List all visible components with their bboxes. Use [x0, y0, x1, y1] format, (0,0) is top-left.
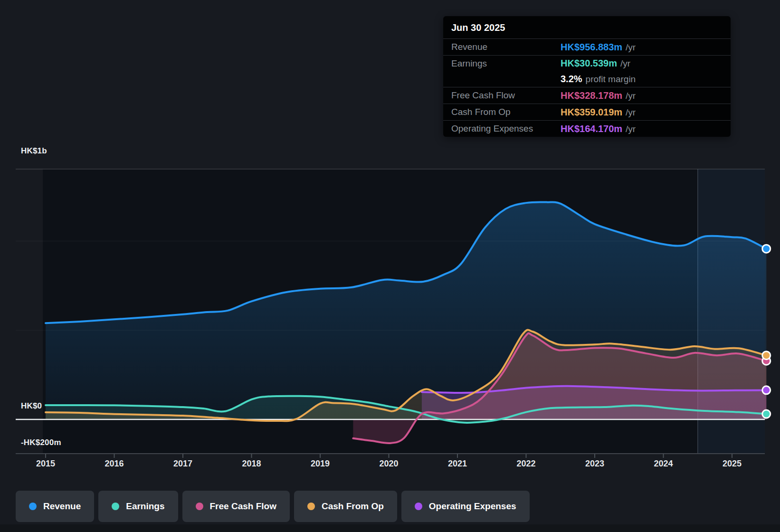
x-axis-label-2015: 2015: [36, 459, 55, 469]
tooltip-row-revenue: RevenueHK$956.883m/yr: [443, 39, 731, 56]
x-axis-label-2021: 2021: [448, 459, 467, 469]
tooltip-date: Jun 30 2025: [443, 16, 731, 39]
x-axis-label-2022: 2022: [516, 459, 535, 469]
legend-label: Cash From Op: [322, 501, 384, 512]
footer-strip: [0, 524, 780, 532]
tooltip-label: Cash From Op: [443, 107, 561, 117]
x-axis-label-2020: 2020: [379, 459, 398, 469]
tooltip-label: Earnings: [443, 58, 561, 69]
earnings-color-dot: [112, 503, 119, 510]
tooltip-row-earnings: EarningsHK$30.539m/yr: [443, 56, 731, 71]
x-axis-label-2019: 2019: [311, 459, 330, 469]
legend-label: Free Cash Flow: [210, 501, 276, 512]
x-axis-label-2017: 2017: [173, 459, 192, 469]
legend-item-earnings[interactable]: Earnings: [98, 491, 178, 522]
legend-label: Earnings: [126, 501, 164, 512]
x-axis-label-2024: 2024: [654, 459, 673, 469]
revenue-color-dot: [29, 503, 37, 510]
endpoint-dot-cash-from-op: [762, 352, 770, 360]
tooltip-label: Free Cash Flow: [443, 90, 561, 101]
legend-item-opex[interactable]: Operating Expenses: [401, 491, 530, 522]
tooltip-row-fcf: Free Cash FlowHK$328.178m/yr: [443, 87, 731, 104]
tooltip-value: HK$328.178m/yr: [561, 90, 636, 101]
y-axis-label-1b: HK$1b: [21, 146, 47, 156]
cashop-color-dot: [307, 503, 315, 510]
legend-label: Operating Expenses: [429, 501, 516, 512]
legend-item-cashop[interactable]: Cash From Op: [294, 491, 397, 522]
tooltip-row-profit-margin: 3.2%profit margin: [443, 71, 731, 87]
tooltip-value: HK$359.019m/yr: [561, 107, 636, 118]
endpoint-dot-operating-expenses: [762, 386, 770, 394]
endpoint-dot-revenue: [762, 245, 770, 253]
x-axis-label-2023: 2023: [585, 459, 604, 469]
tooltip-row-opex: Operating ExpensesHK$164.170m/yr: [443, 121, 731, 137]
series-legend: RevenueEarningsFree Cash FlowCash From O…: [16, 491, 530, 522]
legend-item-revenue[interactable]: Revenue: [16, 491, 94, 522]
y-axis-label-neg200m: -HK$200m: [21, 438, 61, 447]
tooltip-row-cashop: Cash From OpHK$359.019m/yr: [443, 104, 731, 121]
endpoint-dot-earnings: [762, 410, 770, 418]
opex-color-dot: [415, 503, 422, 510]
tooltip-label: Operating Expenses: [443, 124, 561, 134]
fcf-color-dot: [196, 503, 203, 510]
x-axis-label-2016: 2016: [105, 459, 124, 469]
y-axis-label-zero: HK$0: [21, 401, 42, 411]
tooltip-label: Revenue: [443, 42, 561, 52]
x-axis-label-2025: 2025: [723, 459, 742, 469]
tooltip-value: HK$164.170m/yr: [561, 124, 636, 134]
tooltip-value: HK$30.539m/yr: [561, 58, 630, 69]
page: { "tooltip": { "date": "Jun 30 2025", "r…: [0, 0, 780, 532]
data-tooltip: Jun 30 2025 RevenueHK$956.883m/yrEarning…: [443, 16, 731, 137]
tooltip-value: HK$956.883m/yr: [561, 42, 636, 53]
x-axis-label-2018: 2018: [242, 459, 261, 469]
legend-item-fcf[interactable]: Free Cash Flow: [182, 491, 290, 522]
legend-label: Revenue: [43, 501, 81, 512]
